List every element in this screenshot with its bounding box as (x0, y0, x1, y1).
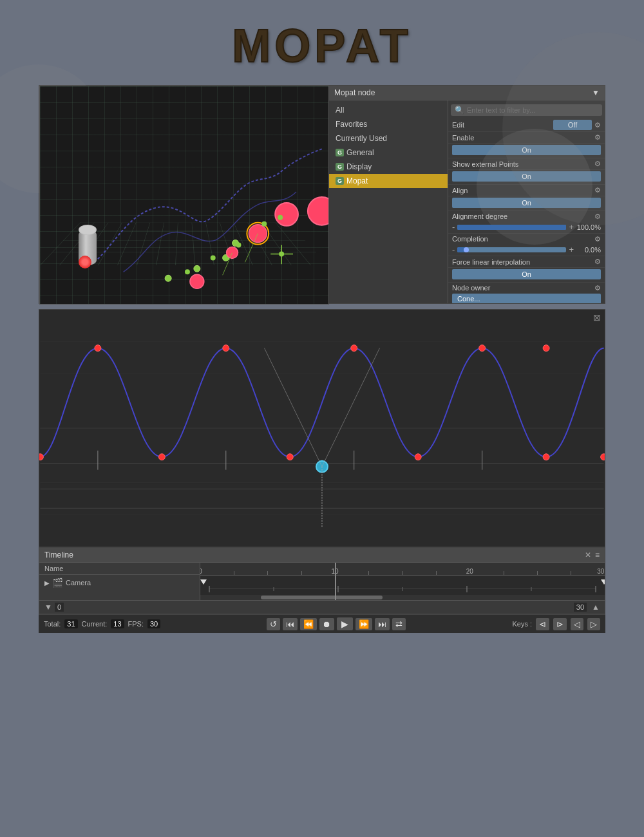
edit-label: Edit (452, 121, 464, 129)
timeline-camera-row[interactable]: ▶ 🎬 Camera (39, 575, 200, 590)
dropdown-arrow-icon[interactable]: ▼ (592, 88, 600, 97)
transport-loop-button[interactable]: ⇄ (392, 618, 406, 630)
current-label: Current: (82, 620, 108, 628)
svg-point-0 (165, 275, 171, 281)
align-settings-icon[interactable]: ⚙ (594, 186, 601, 194)
search-input[interactable] (467, 106, 598, 114)
completion-plus[interactable]: + (569, 245, 574, 254)
node-list-item-display[interactable]: G Display (329, 160, 448, 174)
keyframe-marker-end[interactable] (601, 579, 605, 585)
timeline-track-area[interactable]: 0 10 20 30 (200, 563, 605, 600)
cylinder-red-dot (79, 256, 91, 268)
transport-step-back-button[interactable]: ⏪ (300, 618, 317, 630)
transport-prev-button[interactable]: ⏮ (283, 618, 298, 630)
keyframe-marker[interactable] (200, 579, 207, 585)
svg-point-32 (543, 345, 549, 352)
keys-btn-2[interactable]: ⊳ (553, 618, 567, 630)
node-manager-body: All Favorites Currently Used G General G… (329, 100, 605, 303)
timeline-down-icon[interactable]: ▼ (44, 603, 52, 612)
svg-point-1 (194, 265, 200, 272)
timeline-scrollbar[interactable] (200, 595, 605, 600)
show-external-points-label: Show external Points (452, 160, 518, 168)
completion-settings-icon[interactable]: ⚙ (594, 235, 601, 243)
timeline-keyframes[interactable] (200, 576, 605, 595)
transport-record-button[interactable]: ⏺ (319, 618, 334, 630)
alignment-degree-settings-icon[interactable]: ⚙ (594, 212, 601, 221)
node-list-item-general[interactable]: G General (329, 146, 448, 160)
alignment-degree-label: Alignment degree (452, 212, 507, 221)
timeline-area: Timeline ✕ ≡ Name ▶ 🎬 Camera 0 10 20 3 (39, 547, 605, 614)
node-owner-value[interactable]: Cone... (452, 294, 601, 303)
show-external-on-button[interactable]: On (452, 171, 601, 182)
svg-point-4 (190, 274, 204, 288)
completion-minus[interactable]: - (452, 245, 455, 254)
timeline-expand-icon[interactable]: ▶ (44, 579, 50, 587)
enable-on-button[interactable]: On (452, 145, 601, 155)
completion-row: Completion ⚙ - + 0.0% (448, 234, 605, 256)
timeline-names: Name ▶ 🎬 Camera (39, 563, 200, 600)
node-list-item-currently-used[interactable]: Currently Used (329, 131, 448, 146)
timeline-name-header: Name (39, 563, 200, 575)
total-value: 31 (64, 619, 77, 628)
keys-btn-1[interactable]: ⊲ (536, 618, 549, 630)
keys-btn-4[interactable]: ▷ (587, 618, 600, 630)
timeline-close-icon[interactable]: ✕ (585, 550, 591, 560)
transport-cycle-button[interactable]: ↺ (267, 618, 280, 630)
curve-editor[interactable]: ⊠ (39, 309, 605, 547)
node-list-item-favorites[interactable]: Favorites (329, 117, 448, 131)
edit-off-button[interactable]: Off (553, 120, 592, 130)
align-on-button[interactable]: On (452, 198, 601, 208)
alignment-degree-slider[interactable] (457, 225, 566, 230)
ruler-mark-30: 30 (597, 568, 604, 575)
node-list-item-mopat[interactable]: G Mopat (329, 174, 448, 188)
viewport[interactable] (39, 86, 329, 305)
ruler-tick (504, 571, 504, 575)
show-external-settings-icon[interactable]: ⚙ (594, 160, 601, 168)
playhead-line[interactable] (335, 563, 336, 600)
camera-icon: 🎬 (52, 578, 63, 588)
svg-point-35 (287, 454, 293, 460)
edit-property-row: Edit Off ⚙ (448, 118, 605, 132)
svg-point-38 (601, 454, 605, 460)
scroll-thumb[interactable] (261, 596, 382, 599)
transport-step-fwd-button[interactable]: ⏩ (355, 618, 372, 630)
timeline-up-icon[interactable]: ▲ (592, 603, 600, 612)
timeline-name-column-label: Name (44, 565, 63, 572)
search-icon: 🔍 (455, 106, 464, 115)
svg-point-28 (95, 345, 101, 352)
node-list-item-all[interactable]: All (329, 103, 448, 117)
svg-point-6 (249, 225, 267, 243)
svg-point-14 (278, 215, 283, 220)
alignment-degree-minus[interactable]: - (452, 222, 455, 232)
svg-point-37 (543, 454, 549, 460)
timeline-footer: ▼ 0 30 ▲ (39, 600, 605, 614)
keys-btn-3[interactable]: ◁ (571, 618, 583, 630)
show-external-points-row: Show external Points ⚙ (448, 158, 605, 170)
viewport-svg (40, 86, 328, 304)
timeline-end-frame[interactable]: 30 (574, 603, 587, 612)
svg-line-41 (264, 348, 322, 467)
ruler-tick (571, 571, 571, 575)
force-linear-on-button[interactable]: On (452, 269, 601, 279)
transport-bar: Total: 31 Current: 13 FPS: 30 ↺ ⏮ ⏪ ⏺ ▶ … (39, 614, 605, 633)
timeline-ruler: 0 10 20 30 (200, 563, 605, 576)
title-area: MOPAT (0, 0, 644, 85)
timeline-start-frame[interactable]: 0 (55, 603, 64, 612)
transport-next-button[interactable]: ⏭ (375, 618, 390, 630)
timeline-menu-icon[interactable]: ≡ (595, 550, 600, 560)
completion-thumb (464, 247, 469, 252)
node-manager-header: Mopat node ▼ (329, 86, 605, 100)
ruler-tick (301, 571, 302, 575)
edit-settings-icon[interactable]: ⚙ (594, 121, 601, 129)
search-bar[interactable]: 🔍 (451, 104, 602, 116)
node-manager-title: Mopat node (334, 88, 375, 97)
force-linear-settings-icon[interactable]: ⚙ (594, 258, 601, 266)
ruler-tick (402, 571, 403, 575)
transport-play-button[interactable]: ▶ (337, 617, 353, 630)
completion-slider[interactable] (457, 247, 566, 252)
node-owner-settings-icon[interactable]: ⚙ (594, 284, 601, 292)
alignment-degree-plus[interactable]: + (569, 222, 574, 232)
svg-point-33 (39, 454, 43, 460)
enable-settings-icon[interactable]: ⚙ (594, 133, 601, 142)
node-list: All Favorites Currently Used G General G… (329, 100, 448, 303)
